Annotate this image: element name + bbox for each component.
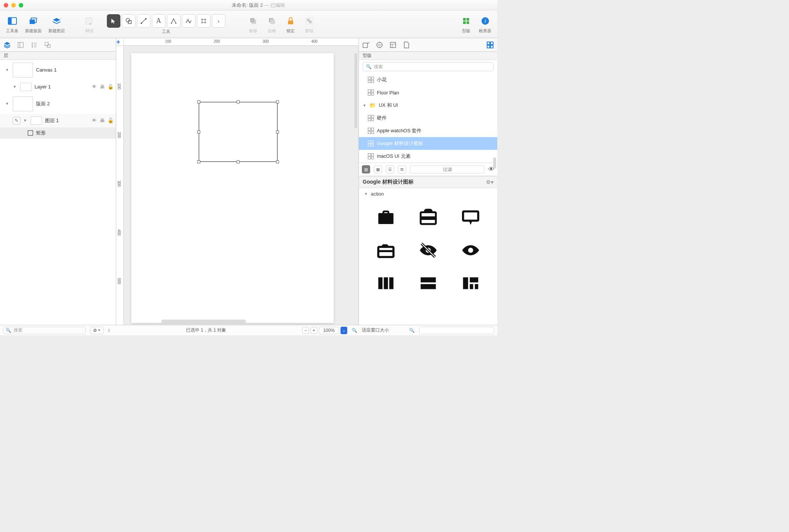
shape-tool-button[interactable] [122,14,135,28]
stencil-item[interactable]: Floor Plan [359,86,497,99]
columns-icon[interactable]: ⦀ [108,328,110,333]
stencil-icon [368,90,374,96]
canvas-row[interactable]: ▼ 版面 2 [0,94,116,114]
selected-rectangle[interactable] [199,102,278,162]
stencil-shape-visibility-off[interactable] [409,238,447,262]
canvas-row[interactable]: ▼ Canvas 1 [0,60,116,80]
layers-gear-button[interactable]: ⚙︎▼ [90,327,104,334]
view-mode-grid-button[interactable]: ▦ [374,165,382,173]
new-artboard-button[interactable]: + 新建版面 [22,15,45,34]
stencil-shape-visibility[interactable] [451,238,490,262]
horizontal-scrollbar[interactable] [161,320,246,323]
svg-marker-2 [13,20,15,22]
selection-tab-icon[interactable] [44,41,52,49]
object-inspector-icon[interactable] [362,41,370,49]
stencils-grid-icon[interactable] [486,41,494,49]
minimize-icon[interactable] [11,3,16,7]
visibility-icon[interactable]: 👁 [92,84,97,90]
properties-inspector-icon[interactable] [375,41,384,49]
zoom-fit-icon[interactable]: 🔍 [352,328,357,333]
send-backward-button[interactable]: 后移 [263,15,281,34]
resize-handle[interactable] [237,160,240,163]
stencil-item[interactable]: macOS UI 元素 [359,150,497,163]
chevron-down-icon[interactable]: ▼ [364,192,368,196]
zoom-out-button[interactable]: − [302,327,309,334]
point-tool-button[interactable] [182,14,195,28]
zoom-dropdown-button[interactable]: ⌄ [340,327,347,334]
stencil-list-scrollbar[interactable] [493,157,496,169]
resize-handle[interactable] [276,160,279,163]
gear-icon[interactable]: ⚙︎▾ [486,179,494,185]
stencil-filter-input[interactable] [410,165,484,173]
stencil-shape-work[interactable] [366,205,405,229]
resize-handle[interactable] [197,160,200,163]
view-mode-1-button[interactable]: ▥ [362,165,370,173]
stencil-item[interactable]: 硬件 [359,112,497,124]
visibility-icon[interactable]: 👁 [92,118,97,123]
group-button[interactable]: 群组 [300,15,318,34]
layer-row[interactable]: ✎ ▼ 图层 1 👁 🖶 🔓 [0,114,116,127]
layers-search-input[interactable]: 🔍搜索 [3,327,86,334]
close-icon[interactable] [4,3,8,7]
canvas-inspector-icon[interactable] [389,41,397,49]
stencil-shape-giftcard[interactable] [366,238,405,262]
zoom-in-button[interactable]: + [310,327,317,334]
print-icon[interactable]: 🖶 [100,118,105,123]
toggle-sidebar-button[interactable]: 工具条 [3,15,21,34]
stencil-item[interactable]: Apple watchOS 套件 [359,124,497,137]
style-button[interactable]: ▾ 样式 [81,15,99,34]
stencil-search-icon[interactable]: 🔍 [409,328,415,333]
stencil-item-selected[interactable]: Google 材料设计图标 [359,137,497,150]
stencil-shape-view-column[interactable] [366,271,405,295]
resize-handle[interactable] [276,130,279,133]
chevron-down-icon[interactable]: ▼ [5,102,10,106]
horizontal-ruler[interactable]: 100 200 300 400 [124,38,358,46]
inspector-button[interactable]: i 检查器 [476,15,494,34]
resize-handle[interactable] [237,100,240,103]
unlock-icon[interactable]: 🔓 [108,84,114,90]
stencil-shape-view-stream[interactable] [409,271,447,295]
select-tool-button[interactable] [107,14,120,28]
stencil-shape-membership[interactable] [451,205,490,229]
resize-handle[interactable] [197,100,200,103]
view-mode-list-button[interactable]: ☰ [386,165,394,173]
chevron-down-icon[interactable]: ▼ [13,85,17,89]
line-tool-button[interactable] [137,14,150,28]
resize-handle[interactable] [276,100,279,103]
stencil-search-input[interactable]: 🔍 搜索 [363,62,494,71]
edit-icon[interactable]: ✎ [13,117,20,124]
pen-tool-button[interactable] [167,14,180,28]
vertical-scrollbar[interactable] [354,53,357,128]
layers-tab-icon[interactable] [3,41,11,49]
canvas-area[interactable]: + 100 200 300 400 100 200 300 400 500 [116,38,358,325]
stencil-shape-briefcase[interactable] [409,205,447,229]
lock-button[interactable]: 锁定 [282,15,300,34]
unlock-icon[interactable]: 🔓 [108,118,114,123]
fit-window-label[interactable]: 适应窗口大小 [362,327,389,333]
document-inspector-icon[interactable] [402,41,411,49]
canvas-page[interactable] [131,53,334,323]
stencils-panel-button[interactable]: 型版 [457,15,475,34]
more-tools-button[interactable]: › [212,14,225,28]
maximize-icon[interactable] [19,3,23,7]
view-mode-tree-button[interactable]: ⧉ [398,165,406,173]
guides-tab-icon[interactable] [16,41,25,49]
stencil-shape-view-quilt[interactable] [451,271,490,295]
new-layer-button[interactable]: + 新建图层 [45,15,68,34]
artboard-tool-button[interactable] [197,14,210,28]
stencil-item[interactable]: 小花 [359,73,497,86]
zoom-value[interactable]: 100% [319,327,339,334]
shape-row[interactable]: 矩形 [0,127,116,139]
bring-forward-button[interactable]: 前移 [244,15,262,34]
outline-tab-icon[interactable] [30,41,38,49]
text-tool-button[interactable]: A [152,14,165,28]
print-icon[interactable]: 🖶 [100,84,105,90]
stencil-category-row[interactable]: ▼ action [359,188,497,199]
stencil-folder[interactable]: ▼📁UX 和 UI [359,99,497,112]
chevron-down-icon[interactable]: ▼ [23,118,28,123]
resize-handle[interactable] [197,130,200,133]
stencil-bottom-search-input[interactable] [419,327,494,334]
chevron-down-icon[interactable]: ▼ [5,68,10,72]
vertical-ruler[interactable]: 100 200 300 400 500 [116,46,124,325]
layer-row[interactable]: ▼ Layer 1 👁 🖶 🔓 [0,80,116,94]
